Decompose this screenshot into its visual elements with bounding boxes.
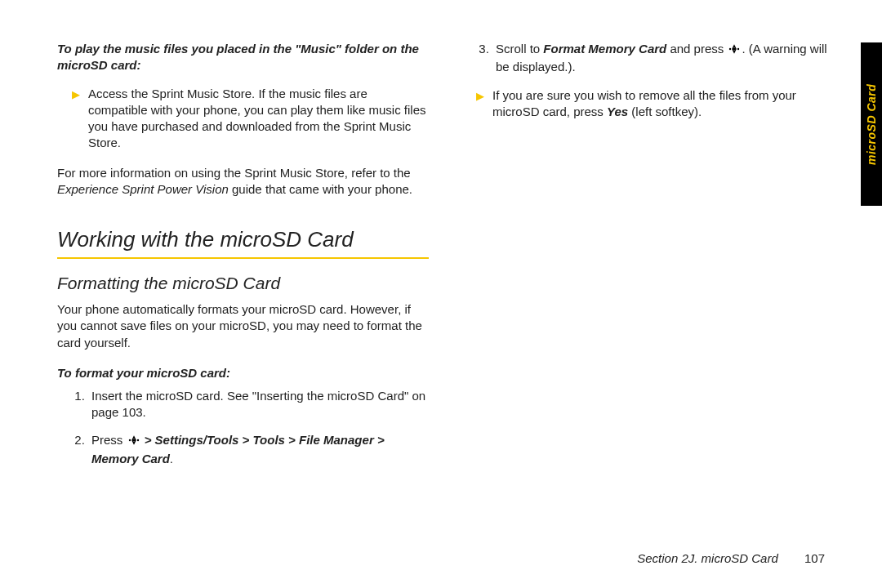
right-column: Scroll to Format Memory Card and press .… — [461, 41, 833, 564]
step-3: Scroll to Format Memory Card and press .… — [492, 41, 833, 76]
step-2: Press > Settings/Tools > Tools > File Ma… — [88, 432, 429, 467]
text-fragment: For more information on using the Sprint… — [57, 166, 411, 180]
page-footer: Section 2J. microSD Card 107 — [637, 551, 825, 565]
step-1: Insert the microSD card. See "Inserting … — [88, 388, 429, 421]
bullet-item: ▶ If you are sure you wish to remove all… — [476, 87, 833, 121]
text-fragment: Press — [91, 433, 127, 447]
intro-heading: To play the music files you placed in th… — [57, 41, 429, 74]
menu-item-bold: Format Memory Card — [543, 42, 666, 56]
manual-page: To play the music files you placed in th… — [0, 0, 882, 588]
triangle-bullet-icon: ▶ — [476, 87, 484, 121]
bullet-text: If you are sure you wish to remove all t… — [492, 87, 833, 121]
text-fragment: and press — [666, 42, 727, 56]
svg-point-1 — [136, 439, 138, 441]
left-column: To play the music files you placed in th… — [57, 41, 429, 564]
more-info-paragraph: For more information on using the Sprint… — [57, 165, 429, 198]
svg-point-2 — [132, 439, 135, 442]
step-text: Insert the microSD card. See "Inserting … — [91, 389, 425, 419]
svg-point-3 — [729, 48, 731, 50]
bullet-item: ▶ Access the Sprint Music Store. If the … — [72, 86, 429, 152]
triangle-bullet-icon: ▶ — [72, 86, 80, 152]
text-fragment: Scroll to — [496, 42, 543, 56]
divider-rule — [57, 257, 429, 259]
bullet-text: Access the Sprint Music Store. If the mu… — [88, 86, 429, 152]
text-fragment: guide that came with your phone. — [229, 182, 412, 196]
section-heading: Working with the microSD Card — [57, 227, 429, 252]
thumb-tab: microSD Card — [861, 42, 882, 206]
svg-point-0 — [128, 439, 130, 441]
nav-key-icon — [127, 434, 140, 450]
svg-point-4 — [737, 48, 739, 50]
guide-title-italic: Experience Sprint Power Vision — [57, 182, 229, 196]
text-fragment: (left softkey). — [628, 105, 702, 118]
nav-key-icon — [728, 42, 741, 59]
format-paragraph: Your phone automatically formats your mi… — [57, 301, 429, 351]
procedure-heading: To format your microSD card: — [57, 366, 429, 380]
footer-section: Section 2J. microSD Card — [637, 551, 778, 565]
step-list-continued: Scroll to Format Memory Card and press .… — [461, 41, 833, 87]
softkey-bold: Yes — [607, 105, 628, 118]
step-list: Insert the microSD card. See "Inserting … — [57, 388, 429, 479]
svg-point-5 — [733, 48, 736, 51]
page-number: 107 — [804, 551, 825, 565]
subsection-heading: Formatting the microSD Card — [57, 274, 429, 293]
